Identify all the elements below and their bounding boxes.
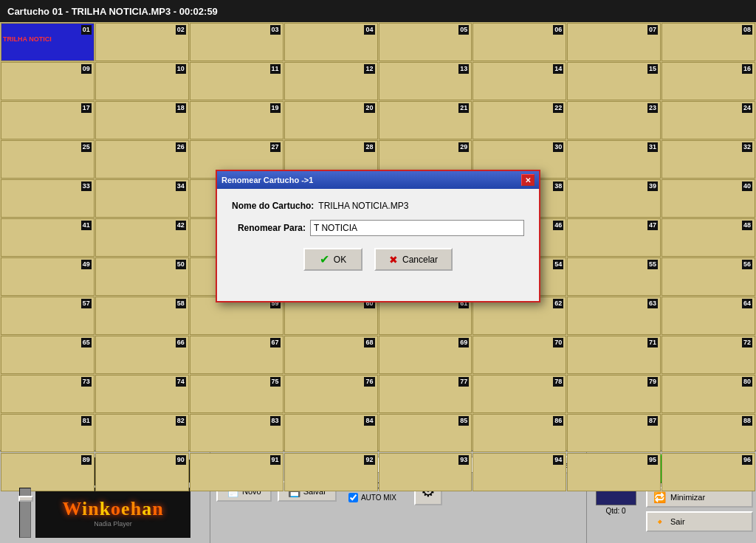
grid-cell[interactable]: 92: [284, 453, 378, 491]
slider-thumb[interactable]: [18, 496, 33, 502]
dialog-name-row: Nome do Cartucho: TRILHA NOTICIA.MP3: [232, 201, 524, 211]
auto-mix-label: AUTO MIX: [361, 494, 396, 502]
cell-number: 92: [364, 455, 374, 465]
dialog-name-label: Nome do Cartucho:: [232, 201, 314, 211]
grid-wrapper: 01TRILHA NOTICI0203040506070809101112131…: [0, 22, 756, 450]
cancel-button[interactable]: ✖ Cancelar: [374, 248, 453, 271]
bloco-qty: Qtd: 0: [605, 507, 625, 515]
auto-mix-row: AUTO MIX: [348, 493, 403, 502]
grid-cell[interactable]: 94: [472, 453, 566, 491]
rename-input[interactable]: [310, 220, 524, 236]
dialog-overlay: Renomear Cartucho ->1 ✕ Nome do Cartucho…: [0, 22, 756, 450]
dialog-rename-label: Renomear Para:: [232, 223, 306, 233]
x-icon: ✖: [389, 254, 398, 266]
cell-number: 96: [742, 455, 752, 465]
grid-cell[interactable]: 91: [190, 453, 284, 491]
ok-label: OK: [334, 255, 346, 265]
title-bar: Cartucho 01 - TRILHA NOTICIA.MP3 - 00:02…: [0, 0, 756, 22]
rename-dialog: Renomear Cartucho ->1 ✕ Nome do Cartucho…: [216, 170, 540, 302]
logo-area: Winkoehan Nadia Player: [35, 488, 190, 538]
logo-sub: Nadia Player: [94, 520, 132, 528]
dialog-rename-row: Renomear Para:: [232, 220, 524, 236]
ok-button[interactable]: ✔ OK: [303, 248, 362, 271]
dialog-name-value: TRILHA NOTICIA.MP3: [318, 201, 408, 211]
slider-logo-row: Winkoehan Nadia Player: [4, 488, 205, 538]
dialog-title: Renomear Cartucho ->1: [221, 176, 313, 184]
minimizar-icon: 🔁: [653, 491, 666, 503]
check-icon: ✔: [320, 252, 329, 266]
cancel-label: Cancelar: [402, 255, 438, 265]
logo-text: Winkoehan: [62, 498, 163, 520]
cell-number: 94: [553, 455, 563, 465]
cell-number: 93: [458, 455, 469, 465]
grid-cell[interactable]: 90: [95, 453, 189, 491]
sair-icon: 🔸: [653, 516, 666, 528]
cell-number: 91: [270, 455, 281, 465]
grid-cell[interactable]: 89: [1, 453, 94, 491]
auto-mix-checkbox[interactable]: [348, 493, 358, 502]
grid-cell[interactable]: 96: [662, 453, 755, 491]
grid-cell[interactable]: 93: [379, 453, 472, 491]
volume-slider[interactable]: [19, 488, 31, 538]
minimizar-label: Minimizar: [670, 493, 705, 502]
cell-number: 95: [647, 455, 658, 465]
sair-button[interactable]: 🔸 Sair: [646, 511, 753, 532]
dialog-close-button[interactable]: ✕: [521, 174, 535, 186]
dialog-buttons: ✔ OK ✖ Cancelar: [232, 248, 524, 271]
cell-number: 89: [81, 455, 92, 465]
dialog-body: Nome do Cartucho: TRILHA NOTICIA.MP3 Ren…: [217, 189, 539, 283]
app-container: Cartucho 01 - TRILHA NOTICIA.MP3 - 00:02…: [0, 0, 756, 543]
grid-cell[interactable]: 95: [567, 453, 661, 491]
sair-label: Sair: [670, 517, 685, 526]
title-text: Cartucho 01 - TRILHA NOTICIA.MP3 - 00:02…: [7, 6, 218, 17]
cell-number: 90: [176, 455, 186, 465]
dialog-titlebar: Renomear Cartucho ->1 ✕: [217, 171, 539, 189]
